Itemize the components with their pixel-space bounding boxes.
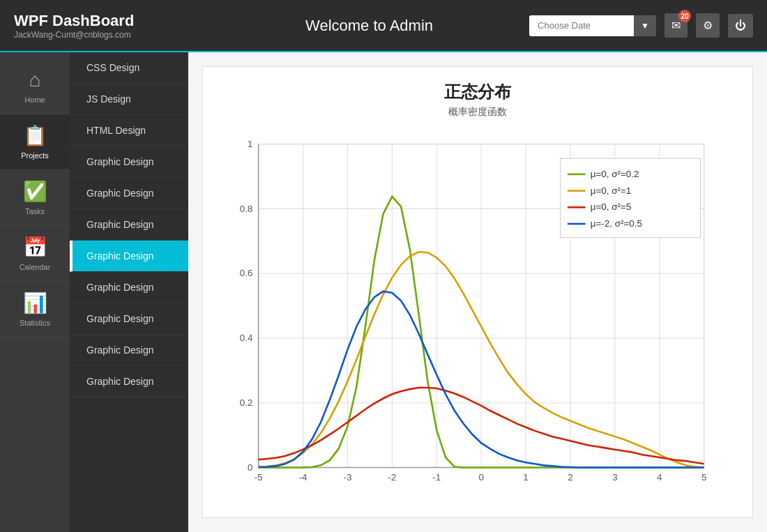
mail-button[interactable]: ✉ 20 bbox=[665, 13, 688, 38]
projects-icon: 📋 bbox=[23, 124, 47, 147]
notification-badge: 20 bbox=[678, 10, 691, 22]
chart-container: 正态分布 概率密度函数 bbox=[202, 66, 753, 518]
normal-distribution-chart: 0 0.2 0.4 0.6 0.8 1 bbox=[217, 130, 738, 503]
svg-text:1: 1 bbox=[248, 139, 252, 149]
sub-sidebar-graphic-design-1[interactable]: Graphic Design bbox=[70, 146, 188, 178]
svg-text:0.2: 0.2 bbox=[240, 397, 253, 408]
svg-text:0: 0 bbox=[478, 472, 483, 482]
settings-button[interactable]: ⚙ bbox=[696, 13, 720, 38]
home-icon: ⌂ bbox=[29, 69, 41, 91]
svg-text:-2: -2 bbox=[388, 472, 396, 482]
svg-text:-5: -5 bbox=[255, 472, 263, 482]
sidebar-label-calendar: Calendar bbox=[20, 263, 51, 271]
sub-sidebar-css-design[interactable]: CSS Design bbox=[70, 52, 188, 84]
svg-text:0.6: 0.6 bbox=[240, 268, 253, 278]
sidebar-item-tasks[interactable]: ✅ Tasks bbox=[0, 170, 70, 226]
sidebar-label-statistics: Statistics bbox=[20, 319, 50, 327]
chart-title: 正态分布 bbox=[217, 81, 738, 103]
sidebar-label-projects: Projects bbox=[21, 151, 49, 160]
sub-sidebar-graphic-design-7[interactable]: Graphic Design bbox=[70, 335, 188, 366]
sub-sidebar-graphic-design-5[interactable]: Graphic Design bbox=[70, 272, 188, 303]
svg-text:4: 4 bbox=[657, 472, 662, 482]
date-picker-input[interactable] bbox=[529, 16, 634, 35]
svg-text:0: 0 bbox=[248, 462, 252, 473]
brand-subtitle: JackWang-Cumt@cnblogs.com bbox=[14, 30, 209, 40]
svg-text:-4: -4 bbox=[299, 472, 307, 482]
sidebar-item-home[interactable]: ⌂ Home bbox=[0, 59, 70, 114]
layout: ⌂ Home 📋 Projects ✅ Tasks 📅 Calendar 📊 S… bbox=[0, 52, 767, 532]
svg-text:μ=0, σ²=0.2: μ=0, σ²=0.2 bbox=[591, 169, 639, 179]
svg-text:μ=0, σ²=1: μ=0, σ²=1 bbox=[591, 185, 631, 196]
sub-sidebar: CSS Design JS Design HTML Design Graphic… bbox=[70, 52, 188, 532]
svg-text:-1: -1 bbox=[432, 472, 441, 482]
brand-title: WPF DashBoard bbox=[14, 12, 209, 30]
date-picker-wrapper[interactable]: ▼ bbox=[529, 15, 656, 36]
header-controls: ▼ ✉ 20 ⚙ ⏻ bbox=[529, 13, 753, 38]
statistics-icon: 📊 bbox=[23, 291, 47, 314]
svg-text:1: 1 bbox=[523, 472, 528, 482]
sidebar-item-projects[interactable]: 📋 Projects bbox=[0, 114, 70, 170]
sidebar: ⌂ Home 📋 Projects ✅ Tasks 📅 Calendar 📊 S… bbox=[0, 52, 70, 532]
sub-sidebar-graphic-design-3[interactable]: Graphic Design bbox=[70, 209, 188, 241]
sidebar-item-statistics[interactable]: 📊 Statistics bbox=[0, 282, 70, 337]
chart-subtitle: 概率密度函数 bbox=[217, 106, 738, 119]
date-picker-dropdown-button[interactable]: ▼ bbox=[634, 15, 656, 36]
svg-text:5: 5 bbox=[701, 472, 706, 482]
power-button[interactable]: ⏻ bbox=[728, 14, 753, 38]
svg-text:μ=0, σ²=5: μ=0, σ²=5 bbox=[591, 202, 631, 212]
calendar-icon: 📅 bbox=[23, 236, 47, 259]
welcome-text: Welcome to Admin bbox=[209, 17, 529, 35]
sidebar-item-calendar[interactable]: 📅 Calendar bbox=[0, 226, 70, 282]
sidebar-label-tasks: Tasks bbox=[25, 207, 45, 215]
svg-text:2: 2 bbox=[568, 472, 572, 482]
sub-sidebar-graphic-design-4[interactable]: Graphic Design bbox=[70, 241, 188, 272]
sub-sidebar-graphic-design-6[interactable]: Graphic Design bbox=[70, 303, 188, 335]
svg-text:0.4: 0.4 bbox=[240, 333, 253, 343]
svg-text:-3: -3 bbox=[343, 472, 351, 482]
svg-text:3: 3 bbox=[612, 472, 617, 482]
chart-area: 0 0.2 0.4 0.6 0.8 1 bbox=[217, 130, 738, 503]
svg-text:0.8: 0.8 bbox=[240, 204, 253, 214]
sub-sidebar-html-design[interactable]: HTML Design bbox=[70, 115, 188, 146]
svg-text:μ=-2, σ²=0.5: μ=-2, σ²=0.5 bbox=[591, 218, 642, 229]
sub-sidebar-graphic-design-8[interactable]: Graphic Design bbox=[70, 366, 188, 397]
sub-sidebar-graphic-design-2[interactable]: Graphic Design bbox=[70, 178, 188, 209]
tasks-icon: ✅ bbox=[23, 180, 47, 203]
brand: WPF DashBoard JackWang-Cumt@cnblogs.com bbox=[14, 12, 209, 40]
sidebar-label-home: Home bbox=[24, 96, 45, 104]
sub-sidebar-js-design[interactable]: JS Design bbox=[70, 84, 188, 115]
main-content: 正态分布 概率密度函数 bbox=[188, 52, 767, 532]
header: WPF DashBoard JackWang-Cumt@cnblogs.com … bbox=[0, 0, 767, 52]
